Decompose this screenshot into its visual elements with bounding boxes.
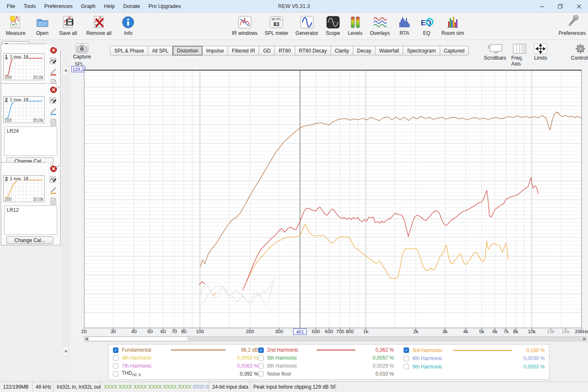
tab-all-spl[interactable]: All SPL bbox=[148, 46, 173, 55]
checkbox-5th-harmonic[interactable] bbox=[258, 355, 264, 361]
menu-preferences[interactable]: Preferences bbox=[40, 0, 76, 13]
saveall-button[interactable]: Save all bbox=[58, 14, 79, 37]
measurement-thumbnail[interactable]: 3 1 nov. 1810020,0k bbox=[3, 175, 45, 202]
toolbar-right-group: Preferences bbox=[557, 14, 588, 37]
tab-spl-phase[interactable]: SPL & Phase bbox=[110, 46, 148, 55]
rta-button[interactable]: RTA bbox=[395, 14, 414, 37]
restore-button[interactable] bbox=[551, 0, 570, 13]
minimize-button[interactable] bbox=[533, 0, 551, 13]
graph-area: Capture SPL & PhaseAll SPLDistortionImpu… bbox=[71, 40, 588, 342]
legend-value-2nd-harmonic: 0,362 % bbox=[355, 347, 394, 353]
preferences-button[interactable]: Preferences bbox=[557, 14, 588, 37]
tab-decay[interactable]: Decay bbox=[353, 46, 375, 55]
limits-button[interactable]: Limits bbox=[530, 42, 551, 68]
thumb-axis-max: 20,0k bbox=[33, 75, 43, 80]
delete-measurement-icon[interactable] bbox=[49, 46, 58, 54]
menu-pro-upgrades[interactable]: Pro Upgrades bbox=[144, 0, 185, 13]
freq-axis-button[interactable]: Freq. Axis bbox=[509, 42, 530, 68]
checkbox-9th-harmonic[interactable] bbox=[404, 364, 409, 369]
scroll-up-icon[interactable] bbox=[64, 69, 68, 71]
checkbox-noise-floor[interactable] bbox=[258, 371, 264, 376]
trace-color-icon[interactable] bbox=[49, 107, 58, 116]
checkbox-2nd-harmonic[interactable]: ✓ bbox=[258, 347, 264, 353]
tab-clarity[interactable]: Clarity bbox=[331, 46, 353, 55]
scrollbars-button[interactable]: Scrollbars bbox=[481, 42, 509, 68]
overlays-button[interactable]: Overlays bbox=[368, 14, 391, 37]
scope-button[interactable]: Scope bbox=[324, 14, 342, 37]
notes-icon[interactable] bbox=[49, 197, 58, 205]
notes-icon[interactable] bbox=[49, 118, 58, 126]
scroll-right-icon[interactable] bbox=[583, 337, 586, 341]
measurement-thumbnail[interactable]: 2 1 nov. 1810020,0k bbox=[3, 96, 45, 123]
menu-graph[interactable]: Graph bbox=[77, 0, 100, 13]
trace-color-icon[interactable] bbox=[49, 68, 58, 76]
y-axis-max-field[interactable]: 129,2 bbox=[71, 66, 85, 72]
tab-captured[interactable]: Captured bbox=[440, 46, 469, 55]
open-button[interactable]: Open bbox=[33, 14, 52, 37]
scroll-down-icon[interactable] bbox=[64, 350, 68, 353]
tab-filtered-ir[interactable]: Filtered IR bbox=[228, 46, 259, 55]
wrench-icon bbox=[564, 15, 580, 30]
capture-button[interactable]: Capture bbox=[72, 43, 92, 60]
change-cal-button[interactable]: Change Cal... bbox=[6, 237, 53, 244]
measurement-actions-icon[interactable] bbox=[49, 57, 58, 65]
graph-horizontal-scrollbar[interactable] bbox=[84, 336, 587, 342]
generator-button[interactable]: Generator bbox=[294, 14, 320, 37]
checkbox-6th-harmonic[interactable] bbox=[404, 356, 409, 361]
checkbox-8th-harmonic[interactable] bbox=[258, 363, 264, 368]
legend-label-2nd-harmonic: 2nd Harmonic bbox=[267, 347, 317, 353]
legend-row-fundamental: ✓Fundamental98,2 dB bbox=[113, 346, 258, 354]
roomsim-button[interactable]: Room sim bbox=[440, 14, 466, 37]
measurement-list-scrollbar[interactable] bbox=[62, 66, 69, 356]
distortion-chart-canvas[interactable] bbox=[84, 70, 588, 331]
removeall-button[interactable]: Remove all bbox=[84, 14, 113, 37]
measurement-card-1[interactable]: 1 1 nov. 1810020,0kBrickwall bbox=[1, 44, 60, 87]
tab-spectrogram[interactable]: Spectrogram bbox=[403, 46, 440, 55]
menu-file[interactable]: File bbox=[3, 0, 19, 13]
measurement-notes[interactable]: LR12 bbox=[4, 205, 57, 235]
controls-button[interactable]: Controls bbox=[568, 42, 588, 68]
roomsim-icon bbox=[445, 15, 460, 30]
scroll-left-icon[interactable] bbox=[85, 337, 88, 341]
tab-impulse[interactable]: Impulse bbox=[202, 46, 228, 55]
tab-rt60-decay[interactable]: RT60 Decay bbox=[295, 46, 331, 55]
measurement-card-3[interactable]: 3 1 nov. 1810020,0kLR12Change Cal... bbox=[1, 162, 60, 245]
info-button[interactable]: Info bbox=[119, 14, 137, 37]
measurement-notes[interactable]: LR24 bbox=[4, 126, 57, 156]
irwindows-button[interactable]: IR windows bbox=[230, 14, 259, 37]
tab-waterfall[interactable]: Waterfall bbox=[375, 46, 403, 55]
legend-value-8th-harmonic: 0,0029 % bbox=[355, 363, 394, 369]
menu-tools[interactable]: Tools bbox=[19, 0, 40, 13]
tab-distortion[interactable]: Distortion bbox=[173, 46, 202, 55]
graph-scrollbar-thumb[interactable] bbox=[88, 337, 188, 341]
checkbox-7th-harmonic[interactable] bbox=[113, 363, 118, 368]
status-sample-rate: 48 kHz bbox=[33, 382, 54, 392]
menu-donate[interactable]: Donate bbox=[119, 0, 144, 13]
distortion-plot[interactable] bbox=[84, 70, 588, 331]
eq-button[interactable]: EQEQ bbox=[417, 14, 436, 37]
x-tick-10k: 10k bbox=[522, 329, 541, 334]
checkbox-fundamental[interactable]: ✓ bbox=[113, 347, 118, 353]
tab-gd[interactable]: GD bbox=[259, 46, 275, 55]
cursor-frequency-field[interactable]: 401 bbox=[293, 329, 307, 335]
legend-line-sample bbox=[317, 350, 355, 350]
legend-value-4th-harmonic: 0,0053 % bbox=[226, 355, 258, 361]
measure-button[interactable]: Measure bbox=[4, 14, 27, 37]
checkbox-thdh2-9[interactable] bbox=[113, 371, 118, 376]
close-button[interactable] bbox=[570, 0, 588, 13]
checkbox-4th-harmonic[interactable] bbox=[113, 355, 118, 361]
measurement-actions-icon[interactable] bbox=[49, 96, 58, 105]
x-tick-100: 100 bbox=[191, 329, 209, 334]
splmeter-button[interactable]: dB SPL83SPL meter bbox=[263, 14, 290, 37]
checkbox-3rd-harmonic[interactable]: ✓ bbox=[404, 347, 409, 353]
status-channel-status-part: XXXX XXXX XXXX XXXX XXXX XXXX bbox=[104, 384, 192, 390]
tab-rt60[interactable]: RT60 bbox=[275, 46, 295, 55]
measurement-actions-icon[interactable] bbox=[49, 175, 58, 184]
levels-button[interactable]: Levels bbox=[346, 14, 365, 37]
measurement-card-2[interactable]: 2 1 nov. 1810020,0kLR24Change Cal... bbox=[1, 83, 60, 166]
status-io-format: Int32L in, Int32L out bbox=[54, 382, 101, 392]
trace-color-icon[interactable] bbox=[49, 186, 58, 195]
measurement-thumbnail[interactable]: 1 1 nov. 1810020,0k bbox=[3, 53, 45, 80]
scrollbar-thumb[interactable] bbox=[63, 75, 68, 347]
menu-help[interactable]: Help bbox=[100, 0, 119, 13]
